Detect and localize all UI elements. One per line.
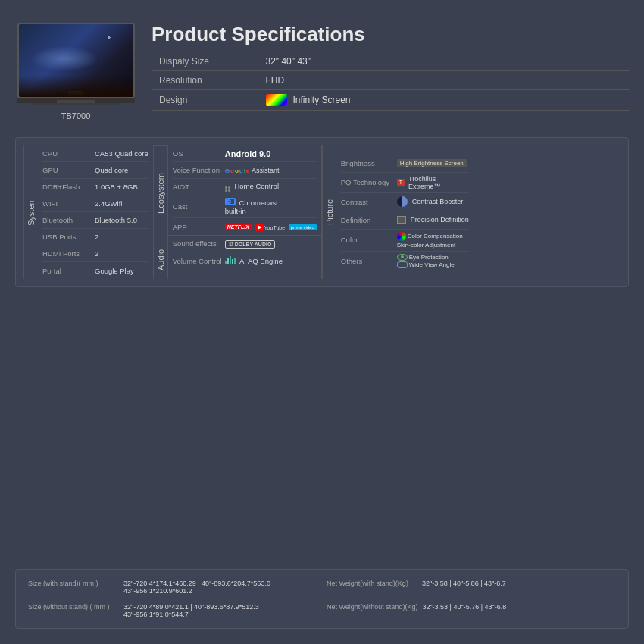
cpu-val: CA53 Quad core	[95, 149, 148, 158]
col-system: System CPU CA53 Quad core GPU Quad core …	[23, 145, 154, 279]
pq-val: T TrochilusExtreme™	[397, 175, 441, 190]
tv-model-label: TB7000	[61, 111, 91, 120]
resolution-value: FHD	[258, 71, 629, 90]
pq-key: PQ Technology	[341, 178, 394, 186]
app-row: APP NETFLIX ▶ YouTube prime video	[173, 218, 317, 235]
middle-section: System CPU CA53 Quad core GPU Quad core …	[15, 137, 629, 287]
cast-row: Cast Chromecastbuilt-in	[173, 195, 317, 218]
rainbow-icon	[266, 94, 287, 106]
os-val: Android 9.0	[225, 149, 271, 158]
brightness-row: Brightness High Brightness Screen	[341, 155, 469, 173]
eco-audio-data: OS Android 9.0 Voice Function Google Ass…	[168, 145, 321, 279]
design-key: Design	[152, 90, 258, 111]
eye-protection: Eye Protection	[397, 254, 449, 261]
brightness-val: High Brightness Screen	[397, 159, 467, 167]
skin-color-adjustment: Skin-color Adjustment	[397, 242, 455, 249]
wide-view-icon	[397, 261, 408, 268]
size-nostand-val: 32"-720.4*89.0*421.1 | 40"-893.6*87.9*51…	[123, 603, 317, 618]
picture-label: Picture	[322, 145, 336, 279]
voice-key: Voice Function	[173, 166, 222, 174]
sound-key: Sound effects	[173, 239, 222, 248]
trochilus-icon: T	[397, 179, 405, 186]
weight-stand-key: Net Weight(with stand)(Kg)	[327, 580, 417, 587]
tv-image-area: TB7000	[15, 23, 136, 120]
trochilus-text: TrochilusExtreme™	[408, 175, 441, 190]
contrast-row: Contrast Contrast Booster	[341, 193, 469, 211]
gpu-row: GPU Quad core	[42, 162, 148, 179]
others-val: Eye Protection Wide View Angle	[397, 254, 455, 268]
definition-icon	[397, 216, 406, 224]
brightness-key: Brightness	[341, 159, 394, 167]
col-picture: Picture Brightness High Brightness Scree…	[322, 145, 474, 279]
ddr-row: DDR+Flash 1.0GB + 8GB	[42, 179, 148, 195]
eye-icon	[397, 254, 408, 261]
size-nostand-line1: 32"-720.4*89.0*421.1 | 40"-893.6*87.9*51…	[123, 603, 317, 611]
weight-nostand-val: 32"-3.53 | 40"-5.76 | 43"-6.8	[422, 603, 616, 611]
specs-title: Product Specifications	[152, 23, 629, 46]
system-data: CPU CA53 Quad core GPU Quad core DDR+Fla…	[38, 145, 153, 279]
bt-row: Bluetooth Bluetooth 5.0	[42, 212, 148, 229]
usb-row: USB Ports 2	[42, 229, 148, 245]
hdmi-val: 2	[95, 249, 98, 258]
ddr-val: 1.0GB + 8GB	[95, 183, 138, 191]
size-nostand-row: Size (without stand) ( mm ) 32"-720.4*89…	[23, 599, 322, 622]
ecosystem-data: OS Android 9.0 Voice Function Google Ass…	[168, 145, 321, 236]
bottom-section: Size (with stand)( mm ) 32"-720.4*174.1*…	[15, 569, 629, 629]
google-icon: Google	[225, 167, 250, 174]
size-stand-key: Size (with stand)( mm )	[28, 580, 119, 587]
size-nostand-line2: 43"-956.1*91.0*544.7	[123, 611, 317, 618]
color-compensation: Color Compensation	[397, 232, 463, 241]
tv-product-image	[17, 23, 135, 98]
volume-key: Volume Control	[173, 257, 222, 265]
prime-badge: prime video	[289, 224, 317, 230]
others-key: Others	[341, 257, 394, 265]
volume-row: Volume Control AI AQ Engine	[173, 252, 317, 269]
aiot-val: Home Control	[225, 182, 279, 192]
definition-text: Precision Definition	[411, 216, 469, 224]
definition-key: Definition	[341, 216, 394, 224]
top-section: TB7000 Product Specifications Dispaly Si…	[15, 15, 629, 128]
sound-val: 𝔻 DOLBY AUDIO	[225, 239, 276, 248]
eco-audio-col: Ecosystem Audio OS Android 9.0 Voice Fun…	[154, 145, 322, 279]
portal-row: Portal Google Play	[42, 262, 148, 279]
eco-audio-labels: Ecosystem Audio	[154, 145, 168, 279]
specs-header-table: Dispaly Size 32" 40" 43" Resolution FHD …	[152, 52, 629, 111]
wifi-key: WIFI	[42, 199, 92, 208]
weight-nostand-row: Net Weight(without stand)(Kg) 32"-3.53 |…	[322, 599, 621, 622]
app-val: NETFLIX ▶ YouTube prime video	[225, 222, 317, 231]
sound-row: Sound effects 𝔻 DOLBY AUDIO	[173, 236, 317, 252]
chromecast-icon	[225, 198, 236, 205]
volume-val: AI AQ Engine	[225, 256, 283, 265]
others-row: Others Eye Protection Wide View Angle	[341, 252, 469, 270]
portal-key: Portal	[42, 267, 92, 275]
middle-inner: System CPU CA53 Quad core GPU Quad core …	[23, 145, 621, 279]
color-wheel-icon	[397, 232, 406, 241]
usb-key: USB Ports	[42, 233, 92, 241]
pq-row: PQ Technology T TrochilusExtreme™	[341, 173, 469, 193]
aiot-key: AIOT	[173, 183, 222, 191]
size-stand-val: 32"-720.4*174.1*460.29 | 40"-893.6*204.7…	[123, 580, 317, 595]
hdmi-key: HDMI Ports	[42, 249, 92, 258]
ecosystem-label: Ecosystem	[154, 145, 167, 241]
specs-table-top: Product Specifications Dispaly Size 32" …	[152, 23, 629, 111]
gpu-key: GPU	[42, 166, 92, 174]
os-row: OS Android 9.0	[173, 145, 317, 162]
app-key: APP	[173, 223, 222, 231]
brightness-badge: High Brightness Screen	[397, 159, 467, 167]
definition-row: Definition Precision Definition	[341, 211, 469, 230]
cast-val: Chromecastbuilt-in	[225, 198, 278, 215]
size-stand-row: Size (with stand)( mm ) 32"-720.4*174.1*…	[23, 576, 322, 599]
audio-data: Sound effects 𝔻 DOLBY AUDIO Volume Contr…	[168, 236, 321, 269]
portal-val: Google Play	[95, 267, 134, 275]
color-key: Color	[341, 236, 394, 244]
spec-row-resolution: Resolution FHD	[152, 71, 629, 90]
eq-icon	[225, 256, 236, 264]
netflix-badge: NETFLIX	[225, 224, 252, 230]
youtube-badge: ▶ YouTube	[255, 224, 286, 231]
volume-text: AI AQ Engine	[239, 257, 283, 265]
infinity-cell: Infinity Screen	[266, 94, 622, 106]
weight-stand-val: 32"-3.58 | 40"-5.86 | 43"-6.7	[422, 580, 616, 587]
spacer-area	[15, 296, 629, 560]
color-val: Color Compensation Skin-color Adjustment	[397, 232, 463, 249]
design-value: Infinity Screen	[258, 90, 629, 111]
